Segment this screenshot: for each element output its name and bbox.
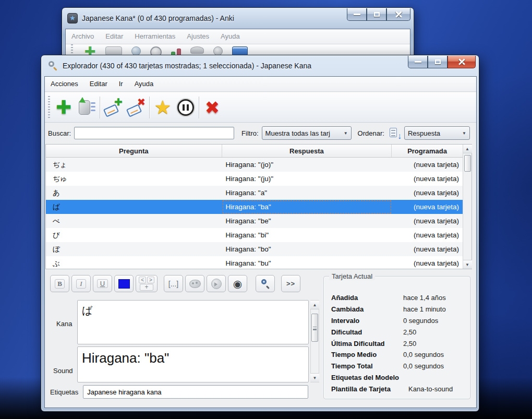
pause-icon <box>177 99 194 116</box>
cell-pregunta[interactable]: ぼ <box>46 242 222 256</box>
column-header-pregunta[interactable]: Pregunta <box>46 145 222 157</box>
palette-button[interactable] <box>185 275 204 292</box>
menu-editar[interactable]: Editar <box>84 77 113 91</box>
cell-programada[interactable]: (nueva tarjeta) <box>392 172 463 186</box>
cell-respuesta[interactable]: Hiragana: "(ju)" <box>222 172 392 186</box>
close-icon <box>458 58 465 65</box>
cell-pregunta[interactable]: あ <box>46 186 222 200</box>
tags-label: Etiquetas <box>50 388 78 396</box>
cell-pregunta[interactable]: ぢゅ <box>46 172 222 186</box>
cell-programada[interactable]: (nueva tarjeta) <box>392 242 463 256</box>
maximize-icon <box>374 12 380 17</box>
cell-respuesta[interactable]: Hiragana: "(jo)" <box>222 158 392 172</box>
browser-close-button[interactable] <box>448 56 476 68</box>
mark-card-button[interactable]: ★ <box>151 95 174 119</box>
text-color-button[interactable] <box>114 275 134 292</box>
more-button[interactable]: >> <box>281 275 300 292</box>
cell-pregunta[interactable]: ぶ <box>46 256 222 269</box>
cell-respuesta[interactable]: Hiragana: "bu" <box>222 256 392 269</box>
cell-programada[interactable]: (nueva tarjeta) <box>392 256 463 269</box>
table-row[interactable]: あ Hiragana: "a" (nueva tarjeta) <box>46 186 463 200</box>
menu-ayuda[interactable]: Ayuda <box>129 77 160 91</box>
browser-maximize-button[interactable] <box>428 56 448 68</box>
table-scrollbar[interactable]: ▲ ▼ <box>463 145 471 269</box>
card-info-row: Añadida hace 1,4 años <box>331 292 466 304</box>
table-row-selected[interactable]: ば Hiragana: "ba" (nueva tarjeta) <box>46 200 463 214</box>
cell-pregunta[interactable]: ぢょ <box>46 158 222 172</box>
scroll-down-icon[interactable]: ▼ <box>463 260 472 269</box>
tags-input[interactable] <box>83 385 308 399</box>
cell-respuesta-focused[interactable]: Hiragana: "ba" <box>222 200 392 214</box>
add-tag-button[interactable]: ✚ <box>102 95 125 119</box>
sort-order-button[interactable]: ↓ <box>389 127 401 139</box>
table-row[interactable]: ぼ Hiragana: "bo" (nueva tarjeta) <box>46 242 463 256</box>
main-menu-ajustes[interactable]: Ajustes <box>181 29 215 44</box>
cloze-arrows-button[interactable]: <> + <box>136 275 158 292</box>
delete-card-button[interactable]: ✖ <box>201 95 224 119</box>
main-menu-ayuda[interactable]: Ayuda <box>215 29 246 44</box>
order-dropdown[interactable]: Respuesta ▼ <box>404 126 470 140</box>
main-window-title: Japanese Kana* (0 of 430 programadas) - … <box>82 14 234 22</box>
column-header-programada[interactable]: Programada <box>392 145 463 157</box>
toolbar-grip[interactable] <box>48 96 50 119</box>
card-table: Pregunta Respuesta Programada ぢょ Hiragan… <box>45 144 472 269</box>
magnifier-icon <box>49 61 58 70</box>
change-deck-button[interactable] <box>75 95 98 119</box>
main-menu-herramientas[interactable]: Herramientas <box>129 29 181 44</box>
latex-preview-button[interactable] <box>256 275 275 292</box>
table-row[interactable]: べ Hiragana: "be" (nueva tarjeta) <box>46 214 463 228</box>
toolbar-separator <box>100 97 100 118</box>
info-label: Tiempo Total <box>331 362 403 370</box>
info-value: 0,0 segundos <box>403 351 444 358</box>
cell-programada[interactable]: (nueva tarjeta) <box>392 228 463 242</box>
scroll-down-icon[interactable]: ▼ <box>310 373 319 382</box>
kana-field[interactable]: ば <box>77 300 309 344</box>
table-row[interactable]: ぢゅ Hiragana: "(ju)" (nueva tarjeta) <box>46 172 463 186</box>
add-note-button[interactable]: ✚ <box>52 95 75 119</box>
delete-tag-button[interactable]: ✖ <box>125 95 148 119</box>
cell-respuesta[interactable]: Hiragana: "bi" <box>222 228 392 242</box>
cloze-icon: [...] <box>168 280 178 288</box>
main-maximize-button[interactable] <box>367 8 386 21</box>
cell-programada[interactable]: (nueva tarjeta) <box>392 214 463 228</box>
main-minimize-button[interactable] <box>347 8 367 21</box>
scrollbar-thumb[interactable] <box>464 155 471 172</box>
table-row[interactable]: ぶ Hiragana: "bu" (nueva tarjeta) <box>46 256 463 269</box>
cell-respuesta[interactable]: Hiragana: "bo" <box>222 242 392 256</box>
cell-respuesta[interactable]: Hiragana: "be" <box>222 214 392 228</box>
scrollbar-thumb[interactable] <box>311 314 318 342</box>
cell-programada[interactable]: (nueva tarjeta) <box>392 200 463 214</box>
main-titlebar[interactable]: ★ Japanese Kana* (0 of 430 programadas) … <box>62 8 414 29</box>
underline-button[interactable]: U <box>93 275 112 292</box>
main-close-button[interactable] <box>386 8 410 21</box>
main-menu-archivo[interactable]: Archivo <box>66 29 100 44</box>
cloze-button[interactable]: [...] <box>164 275 183 292</box>
table-row[interactable]: び Hiragana: "bi" (nueva tarjeta) <box>46 228 463 242</box>
suspend-card-button[interactable] <box>174 95 197 119</box>
cell-programada[interactable]: (nueva tarjeta) <box>392 158 463 172</box>
scroll-up-icon[interactable]: ▲ <box>463 145 472 153</box>
graves-icon[interactable] <box>190 46 204 54</box>
bold-button[interactable]: B <box>50 275 69 292</box>
fields-scrollbar[interactable]: ▲ ▼ <box>310 300 319 382</box>
table-row[interactable]: ぢょ Hiragana: "(jo)" (nueva tarjeta) <box>46 158 463 172</box>
cell-pregunta[interactable]: べ <box>46 214 222 228</box>
audio-button[interactable] <box>207 275 226 292</box>
cell-respuesta[interactable]: Hiragana: "a" <box>222 186 392 200</box>
column-header-respuesta[interactable]: Respuesta <box>222 145 392 157</box>
cell-pregunta[interactable]: ば <box>46 200 222 214</box>
main-menu-editar[interactable]: Editar <box>100 29 129 44</box>
search-input[interactable] <box>74 127 234 139</box>
browser-titlebar[interactable]: Explorador (430 of 430 tarjetas mostrada… <box>41 55 479 76</box>
record-button[interactable]: ◉ <box>228 275 247 292</box>
menu-ir[interactable]: Ir <box>113 77 129 91</box>
filter-dropdown[interactable]: Muestra todas las tarj ▼ <box>262 126 352 140</box>
menu-acciones[interactable]: Acciones <box>45 77 84 91</box>
cell-pregunta[interactable]: び <box>46 228 222 242</box>
scroll-up-icon[interactable]: ▲ <box>310 301 319 309</box>
italic-button[interactable]: I <box>71 275 91 292</box>
browser-minimize-button[interactable] <box>408 56 428 68</box>
info-value: Kana-to-sound <box>408 385 453 393</box>
sound-field[interactable]: Hiragana: "ba" <box>77 346 309 382</box>
cell-programada[interactable]: (nueva tarjeta) <box>392 186 463 200</box>
